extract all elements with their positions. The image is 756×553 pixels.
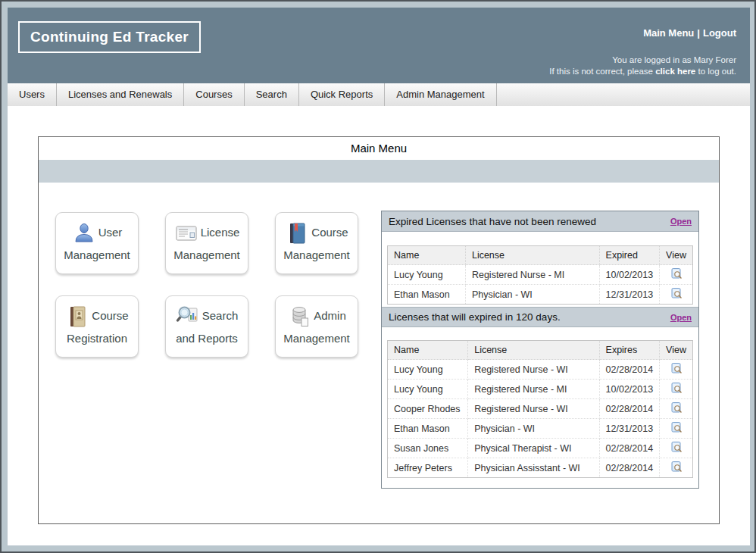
open-expiring-link[interactable]: Open [670,313,692,322]
nav-tab[interactable]: Licenses and Renewals [57,83,184,106]
main-menu-link[interactable]: Main Menu [643,27,694,39]
cell-view [660,380,693,399]
login-status: You are logged in as Mary Forer If this … [549,55,736,77]
course-management-tile[interactable]: Course Management [275,212,358,274]
cell-name: Ethan Mason [388,285,466,305]
cell-view [660,360,693,380]
table-row: Lucy Young Registered Nurse - MI 10/02/2… [388,380,693,399]
cell-license: Registered Nurse - WI [468,360,599,380]
user-management-tile[interactable]: User Management [55,212,139,274]
table-row: Susan Jones Physical Therapist - WI 02/2… [388,439,693,458]
nav-tab[interactable]: Courses [184,83,244,106]
cell-date: 02/28/2014 [599,458,660,478]
view-license-icon[interactable] [670,362,683,374]
column-header-view: View [660,246,693,265]
cell-name: Ethan Mason [388,419,468,439]
cell-date: 02/28/2014 [599,399,660,419]
license-management-tile[interactable]: License Management [165,212,248,274]
course-book-icon [285,221,309,245]
license-alerts-panel: Expired Licenses that have not been rene… [381,211,699,489]
cell-license: Registered Nurse - MI [468,380,599,399]
nav-tab[interactable]: Quick Reports [299,83,385,106]
column-header-name: Name [388,341,468,360]
cell-date: 12/31/2013 [599,285,660,305]
table-row: Cooper Rhodes Registered Nurse - WI 02/2… [388,399,693,419]
column-header-expires: Expires [599,341,660,360]
cell-license: Physician Assisstant - WI [468,458,599,478]
search-reports-tile[interactable]: Search and Reports [165,295,248,358]
column-header-expired: Expired [599,246,660,265]
table-header-row: Name License Expires View [388,341,693,360]
admin-management-tile[interactable]: Admin Management [275,295,358,358]
app-logo-text: Continuing Ed Tracker [30,29,189,45]
expired-licenses-header: Expired Licenses that have not been rene… [382,211,698,232]
app-header: Continuing Ed Tracker Main Menu|Logout Y… [8,8,750,83]
app-logo: Continuing Ed Tracker [18,21,201,53]
cell-date: 12/31/2013 [599,419,660,439]
registration-book-icon [65,305,89,329]
view-license-icon[interactable] [670,461,683,473]
cell-name: Susan Jones [388,439,468,458]
expiring-licenses-title: Licenses that will expired in 120 days. [389,311,561,323]
view-license-icon[interactable] [670,441,683,453]
cell-view [660,285,693,305]
nav-tab[interactable]: Search [245,83,299,106]
expired-licenses-title: Expired Licenses that have not been rene… [389,216,596,227]
cell-name: Cooper Rhodes [388,399,468,419]
cell-license: Registered Nurse - MI [465,265,599,285]
cell-view [660,439,693,458]
database-icon [287,305,311,329]
cell-date: 02/28/2014 [599,439,660,458]
login-line2: If this is not correct, please click her… [549,66,736,77]
table-row: Ethan Mason Physician - WI 12/31/2013 [388,419,693,439]
cell-name: Lucy Young [388,265,466,285]
cell-name: Lucy Young [388,360,468,380]
user-icon [72,221,96,245]
nav-tab[interactable]: Users [8,83,57,106]
page-title: Main Menu [39,137,719,160]
cell-date: 10/02/2013 [599,380,660,399]
app-window: Continuing Ed Tracker Main Menu|Logout Y… [0,0,756,553]
login-line2-prefix: If this is not correct, please [549,67,655,76]
nav-bar: UsersLicenses and RenewalsCoursesSearchQ… [8,83,750,106]
page-wrapper: Continuing Ed Tracker Main Menu|Logout Y… [8,8,750,545]
view-license-icon[interactable] [670,382,683,394]
table-header-row: Name License Expired View [388,246,693,265]
link-separator: | [697,27,700,39]
view-license-icon[interactable] [670,421,683,433]
expired-licenses-table: Name License Expired View Lucy Young Reg… [387,245,693,305]
expiring-licenses-table: Name License Expires View Lucy Young Reg… [387,340,693,478]
nav-tab[interactable]: Admin Management [385,83,496,106]
cell-view [660,265,693,285]
column-header-license: License [468,341,599,360]
login-line2-suffix: to log out. [695,67,736,76]
view-license-icon[interactable] [670,287,683,299]
cell-view [660,399,693,419]
cell-date: 10/02/2013 [599,265,660,285]
open-expired-link[interactable]: Open [670,217,692,226]
cell-name: Lucy Young [388,380,468,399]
main-panel: Main Menu User Management License Manage… [38,136,720,524]
table-row: Ethan Mason Physician - WI 12/31/2013 [388,285,693,305]
column-header-license: License [465,246,599,265]
logout-link[interactable]: Logout [703,27,736,39]
cell-license: Physician - WI [465,285,599,305]
license-card-icon [174,221,198,245]
course-registration-tile[interactable]: Course Registration [55,295,139,358]
cell-view [660,458,693,478]
table-row: Lucy Young Registered Nurse - WI 02/28/2… [388,360,693,380]
login-line1: You are logged in as Mary Forer [549,55,736,66]
view-license-icon[interactable] [670,267,683,280]
cell-license: Registered Nurse - WI [468,399,599,419]
header-links: Main Menu|Logout [643,27,736,39]
cell-name: Jeffrey Peters [388,458,468,478]
table-row: Lucy Young Registered Nurse - MI 10/02/2… [388,265,693,285]
expiring-licenses-header: Licenses that will expired in 120 days. … [382,307,698,327]
table-row: Jeffrey Peters Physician Assisstant - WI… [388,458,693,478]
click-here-link[interactable]: click here [655,67,695,76]
cell-view [660,419,693,439]
cell-license: Physician - WI [468,419,599,439]
search-reports-icon [176,305,200,329]
view-license-icon[interactable] [670,401,683,414]
column-header-view: View [660,341,693,360]
